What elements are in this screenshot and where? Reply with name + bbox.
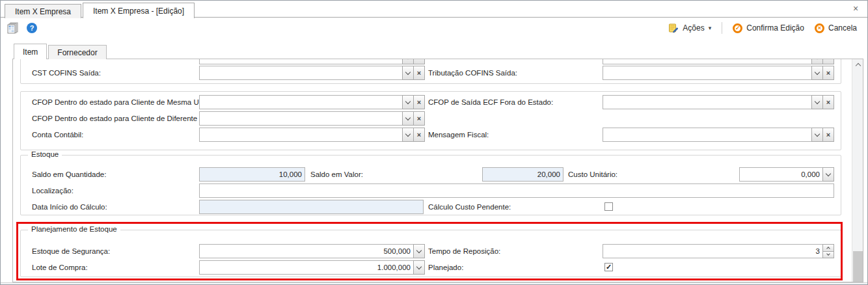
chevron-down-icon[interactable] (811, 59, 823, 64)
bottom-strip (1, 282, 867, 285)
toolbar-right: Ações ▾ ✓ Confirma Edição × Cancela (666, 21, 861, 34)
tributacao-cofins-saida-input[interactable] (603, 66, 812, 80)
custo-unitario-combo[interactable] (739, 167, 834, 182)
scroll-up-icon[interactable] (852, 59, 863, 70)
conta-contabil-input[interactable] (199, 128, 403, 142)
toolbar-separator (722, 22, 722, 34)
vertical-scrollbar[interactable] (852, 59, 863, 282)
cancela-label: Cancela (828, 23, 857, 33)
mensagem-fiscal-input[interactable] (603, 128, 812, 142)
calculo-custo-pendente-checkbox[interactable] (604, 202, 613, 211)
calculo-custo-pendente-label: Cálculo Custo Pendente: (428, 200, 511, 214)
chevron-down-icon[interactable] (822, 251, 834, 259)
planejamento-group-title: Planejamento de Estoque (28, 225, 120, 233)
chevron-down-icon[interactable] (811, 66, 823, 80)
tab-label: Fornecedor (57, 48, 97, 57)
tab-fornecedor[interactable]: Fornecedor (48, 45, 106, 59)
chevron-down-icon[interactable] (402, 128, 414, 142)
saldo-quantidade-field[interactable] (199, 167, 305, 182)
clear-icon[interactable]: × (413, 66, 425, 80)
cfop-saida-ecf-combo[interactable]: × (603, 95, 834, 109)
tab-label: Item X Empresa - [Edição] (93, 7, 184, 16)
actions-icon (668, 23, 679, 33)
clipped-combo-left[interactable]: × (199, 59, 425, 64)
confirma-edicao-button[interactable]: ✓ Confirma Edição (730, 22, 807, 34)
custo-unitario-input[interactable] (739, 167, 823, 182)
tempo-reposicao-spinner[interactable] (603, 244, 834, 258)
clipped-combo-input[interactable] (603, 59, 812, 64)
tributacao-cofins-saida-label: Tributação COFINS Saída: (428, 66, 517, 80)
clear-icon[interactable]: × (413, 95, 425, 109)
saldo-valor-field[interactable] (482, 167, 563, 182)
grid-layout-icon[interactable] (7, 22, 19, 34)
confirm-check-icon: ✓ (733, 23, 742, 33)
cancela-button[interactable]: × Cancela (812, 22, 860, 34)
clear-icon[interactable]: × (822, 59, 834, 64)
tempo-reposicao-label: Tempo de Reposição: (428, 244, 500, 258)
tab-item-x-empresa-edicao[interactable]: Item X Empresa - [Edição] (83, 3, 195, 18)
chevron-down-icon: ▾ (709, 25, 712, 31)
mensagem-fiscal-combo[interactable]: × (603, 128, 834, 142)
tab-item-x-empresa[interactable]: Item X Empresa (5, 4, 81, 18)
clear-icon[interactable]: × (413, 59, 425, 64)
localizacao-label: Localização: (32, 183, 74, 198)
cst-cofins-saida-combo[interactable]: × (199, 66, 425, 80)
tab-label: Item (23, 48, 38, 57)
cfop-diferente-uf-input[interactable] (199, 111, 403, 126)
chevron-down-icon[interactable] (811, 95, 823, 109)
clipped-combo-input[interactable] (199, 59, 403, 64)
tributacao-cofins-saida-combo[interactable]: × (603, 66, 834, 80)
cst-cofins-saida-input[interactable] (199, 66, 403, 80)
clear-icon[interactable]: × (822, 128, 834, 142)
planejado-checkbox[interactable]: ✓ (604, 263, 613, 271)
estoque-seguranca-input[interactable] (199, 244, 414, 258)
chevron-down-icon[interactable] (402, 95, 414, 109)
conta-contabil-combo[interactable]: × (199, 128, 425, 142)
clipped-combo-right[interactable]: × (603, 59, 834, 64)
checkmark-icon: ✓ (606, 263, 612, 271)
lote-compra-input[interactable] (199, 260, 414, 275)
estoque-seguranca-combo[interactable] (199, 244, 425, 258)
confirma-edicao-label: Confirma Edição (746, 23, 804, 33)
tab-item[interactable]: Item (14, 44, 47, 59)
cfop-diferente-uf-label: CFOP Dentro do estado para Cliente de Di… (32, 111, 211, 126)
cfop-mesma-uf-input[interactable] (199, 95, 403, 109)
conta-contabil-label: Conta Contábil: (32, 128, 83, 142)
chevron-down-icon[interactable] (413, 260, 425, 275)
mensagem-fiscal-label: Mensagem Fiscal: (428, 128, 489, 142)
sub-tabs: Item Fornecedor (14, 44, 108, 59)
clear-icon[interactable]: × (413, 111, 425, 126)
scrollbar-thumb[interactable] (853, 251, 863, 282)
lote-compra-combo[interactable] (199, 260, 425, 275)
chevron-down-icon[interactable] (402, 59, 414, 64)
cfop-mesma-uf-combo[interactable]: × (199, 95, 425, 109)
saldo-quantidade-label: Saldo em Quantidade: (32, 167, 106, 182)
saldo-valor-label: Saldo em Valor: (310, 167, 363, 182)
estoque-seguranca-label: Estoque de Segurança: (32, 244, 110, 258)
chevron-down-icon[interactable] (811, 128, 823, 142)
chevron-down-icon[interactable] (822, 167, 834, 182)
chevron-down-icon[interactable] (402, 111, 414, 126)
app-window: Item X Empresa Item X Empresa - [Edição]… (0, 0, 868, 285)
acoes-button[interactable]: Ações ▾ (666, 21, 714, 34)
clear-icon[interactable]: × (822, 95, 834, 109)
clear-icon[interactable]: × (413, 128, 425, 142)
clear-icon[interactable]: × (822, 66, 834, 80)
close-icon[interactable]: × (850, 3, 861, 14)
cfop-mesma-uf-label: CFOP Dentro do estado para Cliente de Me… (32, 95, 206, 109)
data-inicio-calculo-label: Data Início do Cálculo: (32, 200, 107, 214)
localizacao-input[interactable] (199, 183, 834, 198)
cfop-diferente-uf-combo[interactable]: × (199, 111, 425, 126)
help-icon[interactable]: ? (27, 23, 37, 33)
cst-cofins-saida-label: CST COFINS Saída: (32, 66, 101, 80)
cancel-x-icon: × (815, 23, 824, 33)
cfop-saida-ecf-label: CFOP de Saída ECF Fora do Estado: (428, 95, 553, 109)
cfop-saida-ecf-input[interactable] (603, 95, 812, 109)
data-inicio-calculo-field[interactable] (199, 200, 424, 214)
chevron-down-icon[interactable] (402, 66, 414, 80)
tab-label: Item X Empresa (15, 7, 71, 16)
planejado-label: Planejado: (428, 260, 463, 275)
item-tab-panel: × × CST COFINS Saída: × Tributação COFIN… (12, 59, 863, 282)
chevron-down-icon[interactable] (413, 244, 425, 258)
tempo-reposicao-input[interactable] (603, 244, 823, 258)
